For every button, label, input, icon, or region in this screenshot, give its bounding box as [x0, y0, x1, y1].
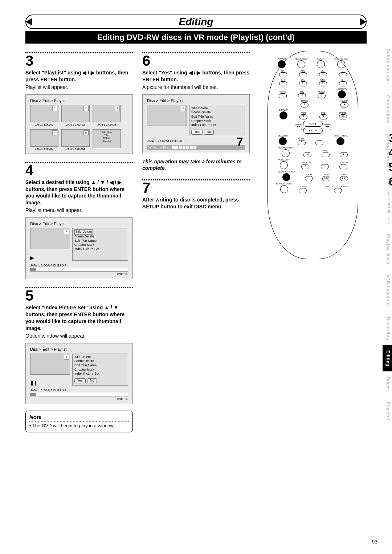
step-body: Option window will appear. [25, 333, 133, 339]
key-7[interactable]: 7 [279, 93, 287, 98]
step-number: 6 [142, 53, 250, 68]
key-6[interactable]: 6 [319, 81, 327, 86]
tab-espanol[interactable]: Español [383, 397, 392, 425]
section-header: Editing [25, 15, 367, 29]
step-instruction: Select "Yes" using ◀ / ▶ buttons, then p… [142, 69, 250, 83]
key-1[interactable]: 1 [279, 72, 287, 77]
slow-button[interactable]: ▶ [340, 102, 348, 107]
tab-editing[interactable]: Editing [383, 345, 392, 371]
tab-others[interactable]: Others [383, 371, 392, 397]
key-5[interactable]: 5 [299, 81, 307, 86]
step-number: 7 [142, 180, 250, 195]
add-new-tile: Add NewTitleDeletePlaylist [93, 129, 121, 148]
step-body: Playlist will appear. [25, 84, 133, 91]
right-button[interactable]: ▶ [340, 152, 348, 157]
page-number: 93 [372, 539, 377, 545]
key-8[interactable]: 8 [298, 93, 306, 98]
breadcrumb: Disc > Edit > Playlist [30, 98, 128, 103]
menu-list-button[interactable] [280, 161, 288, 169]
step-instruction: After writing to disc is completed, pres… [142, 196, 250, 210]
open-close-button[interactable]: ▲ [337, 60, 345, 68]
dubbing-button[interactable] [334, 188, 342, 193]
step-number: 3 [25, 53, 133, 68]
key-4[interactable]: 4 [279, 81, 287, 86]
vcr-button[interactable]: ⦿ [299, 114, 307, 119]
playlist-thumbnails-screen: Disc > Edit > Playlist 1JAN/1 1:00AM 2JA… [25, 94, 133, 154]
step-instruction: Select a desired title using ▲ / ▼ / ◀ /… [25, 179, 133, 207]
playlist-menu-screen: Disc > Edit > Playlist 1 ▶ Title Delete … [25, 217, 133, 279]
tab-getting-started[interactable]: Getting started [383, 129, 392, 172]
step-number: 4 [25, 163, 133, 178]
ff-button[interactable]: ▶▶ [324, 125, 331, 130]
top-menu-button[interactable]: ▼ [301, 164, 309, 169]
zoom-button[interactable] [305, 176, 313, 181]
section-tabs: Before you start Connections Getting sta… [383, 44, 392, 425]
note-box: Note • The DVD will begin to play in a w… [25, 411, 133, 432]
left-button[interactable]: ◀ [303, 152, 311, 157]
enter-button[interactable] [322, 152, 330, 157]
rew-button[interactable]: ◀◀ [295, 125, 302, 130]
stop-button[interactable]: ■ STOP [303, 128, 323, 134]
setup-button[interactable]: ▲ [298, 140, 306, 145]
warning-text: This operation may take a few minutes to… [142, 158, 250, 171]
step-instruction: Select "Index Picture Set" using ▲ / ▼ b… [25, 304, 133, 332]
play-button[interactable]: PLAY ▶ [303, 121, 323, 127]
rec-speed-button[interactable] [297, 60, 305, 68]
video-tv-button[interactable] [338, 90, 346, 98]
cm-skip-button[interactable] [299, 188, 307, 193]
skip-fwd-button[interactable]: ▶▶I [340, 176, 348, 181]
power-button[interactable] [278, 60, 286, 68]
tab-playing-discs[interactable]: Playing discs [383, 229, 392, 269]
rec-button[interactable] [279, 137, 287, 145]
key-2[interactable]: 2 [299, 72, 307, 77]
step-body: Playlist menu will appear. [25, 207, 133, 214]
step-number: 5 [25, 288, 133, 303]
rec-monitor-button[interactable] [282, 149, 290, 157]
tab-vcr-functions[interactable]: VCR functions [383, 269, 392, 312]
key-0[interactable]: 0 [301, 102, 309, 107]
clear-button[interactable] [282, 173, 290, 181]
return-button[interactable]: ↩ [339, 164, 347, 169]
step-instruction: Select "PlayList" using ◀ / ▶ buttons, t… [25, 69, 133, 83]
skip-back-button[interactable]: I◀◀ [322, 176, 330, 181]
timer-button[interactable] [336, 137, 344, 145]
key-9[interactable]: 9 [318, 93, 326, 98]
callout-7: 7 [237, 135, 243, 148]
tab-before-you-start[interactable]: Before you start [383, 44, 392, 90]
section-subheader: Editing DVD-RW discs in VR mode (Playlis… [25, 31, 367, 44]
key-3[interactable]: 3 [319, 72, 327, 77]
dvd-button[interactable]: ⦿ [319, 114, 327, 119]
writing-screen: Disc > Edit > Playlist 1 Title Delete Sc… [142, 94, 250, 153]
remote-control: POWER REC SPEED AUDIO OPEN/CLOSE▲ @/.1 A… [268, 51, 358, 259]
ch-label [339, 81, 347, 86]
option-window-screen: Disc > Edit > Playlist 1 ❚❚ Title Delete… [25, 343, 133, 404]
ch-up[interactable]: ▲ [339, 72, 347, 77]
search-mode-button[interactable] [280, 185, 288, 193]
audio-button[interactable] [317, 60, 325, 68]
tab-connections[interactable]: Connections [383, 90, 392, 129]
step-body: A picture for thumbnail will be set. [142, 84, 250, 91]
tab-setup-menu[interactable]: Changing the SETUP menu [383, 172, 392, 229]
pause-button[interactable]: ❚❚ [339, 114, 347, 119]
tab-recording[interactable]: Recording [383, 312, 392, 345]
display-button[interactable] [279, 111, 287, 119]
